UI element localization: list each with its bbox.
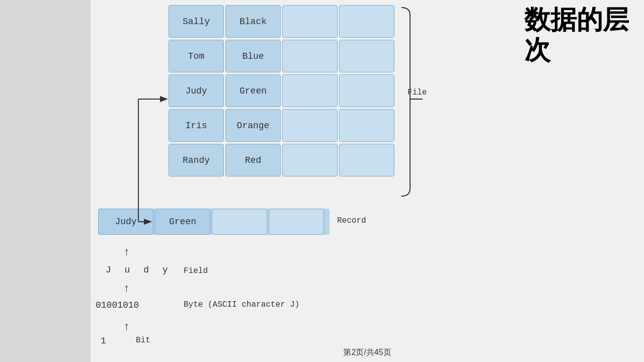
field-arrow: ↑ <box>123 246 130 259</box>
record-cell-judy: Judy <box>98 209 153 235</box>
byte-text: 01001010 <box>96 300 139 310</box>
cell-randy: Randy <box>169 144 224 176</box>
cell-black: Black <box>225 5 281 38</box>
field-text: J u d y <box>106 265 172 275</box>
bit-value: 1 <box>101 336 106 346</box>
cell-empty <box>282 109 338 142</box>
record-label: Record <box>337 216 366 225</box>
page-number: 第2页/共45页 <box>343 347 391 358</box>
table-row-judy: Judy Green <box>169 74 400 107</box>
file-label: File <box>408 88 427 97</box>
table-row: Iris Orange <box>169 109 400 142</box>
byte-arrow: ↑ <box>123 283 130 295</box>
bit-label: Bit <box>136 336 150 345</box>
title-line1: 数据的层 <box>524 5 629 34</box>
cell-sally: Sally <box>169 5 224 38</box>
cell-empty <box>339 144 394 176</box>
cell-empty <box>339 74 394 107</box>
cell-empty <box>282 74 338 107</box>
cell-tom: Tom <box>169 40 224 72</box>
cell-iris: Iris <box>169 109 224 142</box>
record-section: Judy Green <box>98 209 330 235</box>
bit-arrow: ↑ <box>123 321 130 333</box>
cell-blue: Blue <box>225 40 281 72</box>
cell-empty <box>339 109 394 142</box>
byte-label: Byte (ASCII character J) <box>184 300 299 309</box>
table-row: Tom Blue <box>169 40 400 72</box>
table-row: Randy Red <box>169 144 400 176</box>
record-row: Judy Green <box>98 209 330 235</box>
record-cell-empty <box>212 209 267 235</box>
arrow-up-icon: ↑ <box>123 283 130 295</box>
cell-green: Green <box>225 74 281 107</box>
cell-empty <box>282 144 338 176</box>
record-cell-empty <box>269 209 324 235</box>
arrow-up-icon: ↑ <box>123 246 130 259</box>
cell-empty <box>282 5 338 38</box>
page-title: 数据的层 次 <box>524 5 629 65</box>
cell-orange: Orange <box>225 109 281 142</box>
record-cell-green: Green <box>155 209 210 235</box>
table-row: Sally Black <box>169 5 400 38</box>
title-line2: 次 <box>524 35 550 64</box>
cell-judy: Judy <box>169 74 224 107</box>
field-label: Field <box>184 266 208 276</box>
file-table: Sally Black Tom Blue Judy Green Iris Ora… <box>169 5 400 178</box>
cell-empty <box>282 40 338 72</box>
main-content: 数据的层 次 Sally Black Tom Blue Judy Green I… <box>91 0 644 362</box>
arrow-up-icon: ↑ <box>123 321 130 333</box>
cell-empty <box>339 40 394 72</box>
cell-red: Red <box>225 144 281 176</box>
cell-empty <box>339 5 394 38</box>
